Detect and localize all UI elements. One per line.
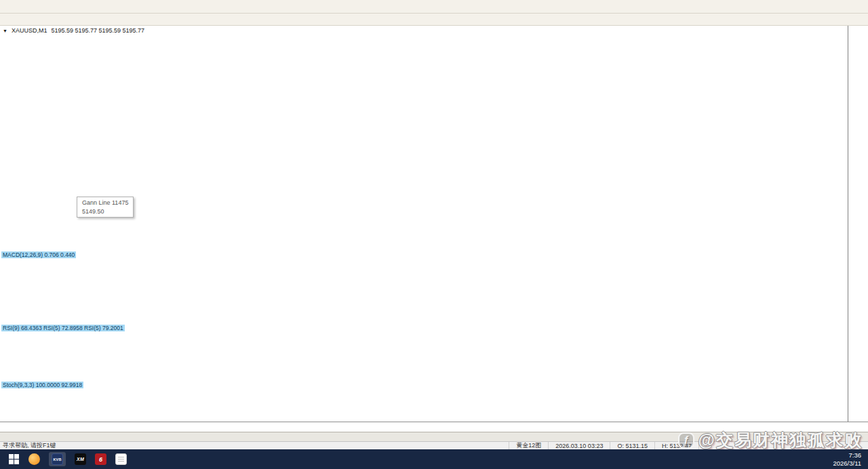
taskbar-app-orange-icon[interactable] <box>28 453 40 465</box>
clock-time: 7:36 <box>833 451 861 460</box>
kvb-app-icon[interactable]: KVB <box>52 453 63 465</box>
chart-tab-bar <box>0 432 868 441</box>
stoch-panel[interactable]: Stoch(9,3,3) 100.0000 92.9918 <box>0 381 848 422</box>
taskbar-app-red-icon[interactable]: 6 <box>95 453 106 465</box>
tooltip-line1: Gann Line 11475 <box>82 199 128 207</box>
windows-taskbar: KVB XM 6 7:36 2026/3/11 <box>0 449 868 469</box>
status-profile[interactable]: 黄金12图 <box>509 442 548 449</box>
xm-app-icon[interactable]: XM <box>75 453 86 465</box>
chart-title: ▼ XAUUSD,M1 5195.59 5195.77 5195.59 5195… <box>3 27 144 34</box>
toolbar-standard <box>0 0 868 14</box>
rsi-canvas[interactable] <box>0 324 848 381</box>
mt4-window: ▼ XAUUSD,M1 5195.59 5195.77 5195.59 5195… <box>0 0 868 469</box>
status-datetime: 2026.03.10 03:23 <box>548 442 610 449</box>
time-axis[interactable] <box>0 422 868 432</box>
taskbar-app-kvb-active[interactable]: KVB <box>49 452 66 466</box>
start-button-icon[interactable] <box>8 453 20 465</box>
chart-symbol: XAUUSD,M1 <box>12 27 47 34</box>
clock-date: 2026/3/11 <box>833 460 861 468</box>
collapse-icon[interactable]: ▼ <box>3 28 7 33</box>
rsi-label[interactable]: RSI(9) 68.4363 RSI(5) 72.8958 RSI(5) 79.… <box>1 325 125 331</box>
price-axis[interactable] <box>848 26 868 422</box>
gann-line-tooltip: Gann Line 11475 5149.50 <box>77 197 134 218</box>
macd-canvas[interactable] <box>0 251 848 324</box>
taskbar-clock[interactable]: 7:36 2026/3/11 <box>833 451 861 467</box>
toolbar-drawing <box>0 14 868 26</box>
status-right-group: 黄金12图 2026.03.10 03:23 O: 5131.15 H: 513… <box>509 442 868 449</box>
macd-panel[interactable]: MACD(12,26,9) 0.706 0.440 <box>0 251 848 324</box>
status-high: H: 5132.47 <box>654 442 698 449</box>
chart-ohlc: 5195.59 5195.77 5195.59 5195.77 <box>51 27 144 34</box>
price-chart-panel[interactable]: ▼ XAUUSD,M1 5195.59 5195.77 5195.59 5195… <box>0 26 848 251</box>
chart-area: ▼ XAUUSD,M1 5195.59 5195.77 5195.59 5195… <box>0 26 868 422</box>
stoch-label[interactable]: Stoch(9,3,3) 100.0000 92.9918 <box>1 382 83 388</box>
tooltip-line2: 5149.50 <box>82 207 128 216</box>
stoch-canvas[interactable] <box>0 381 848 422</box>
status-bar: 寻求帮助, 请按F1键 黄金12图 2026.03.10 03:23 O: 51… <box>0 441 868 449</box>
status-open: O: 5131.15 <box>610 442 654 449</box>
notepad-app-icon[interactable] <box>115 453 127 465</box>
status-lowclose-area <box>698 442 868 449</box>
macd-label[interactable]: MACD(12,26,9) 0.706 0.440 <box>1 251 76 258</box>
rsi-panel[interactable]: RSI(9) 68.4363 RSI(5) 72.8958 RSI(5) 79.… <box>0 324 848 381</box>
